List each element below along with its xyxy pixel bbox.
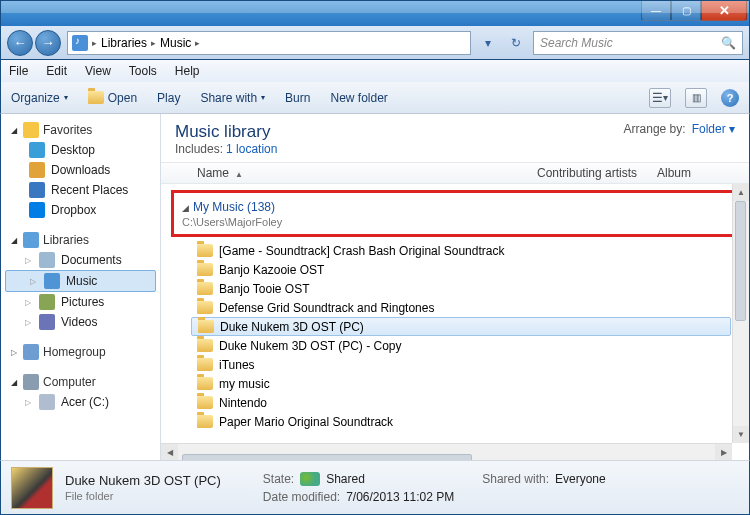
breadcrumb-libraries[interactable]: Libraries	[101, 36, 147, 50]
file-name: Duke Nukem 3D OST (PC) - Copy	[219, 339, 402, 353]
nav-item-recent-places[interactable]: Recent Places	[1, 180, 160, 200]
nav-item-drive-c[interactable]: ▷Acer (C:)	[1, 392, 160, 412]
sort-ascending-icon: ▲	[235, 170, 243, 179]
folder-icon	[197, 282, 213, 295]
details-modified-value: 7/06/2013 11:02 PM	[346, 490, 454, 504]
homegroup-icon	[23, 344, 39, 360]
menu-bar: File Edit View Tools Help	[0, 60, 750, 82]
file-row[interactable]: Duke Nukem 3D OST (PC) - Copy	[191, 336, 749, 355]
scroll-down-button[interactable]: ▼	[733, 426, 749, 443]
command-toolbar: Organize Open Play Share with Burn New f…	[0, 82, 750, 114]
group-title-text: My Music (138)	[193, 200, 275, 214]
arrange-by-control[interactable]: Arrange by: Folder ▾	[624, 122, 735, 136]
file-row[interactable]: Defense Grid Soundtrack and Ringtones	[191, 298, 749, 317]
details-item-type: File folder	[65, 490, 221, 502]
share-with-button[interactable]: Share with	[200, 91, 265, 105]
folder-icon	[197, 339, 213, 352]
open-button[interactable]: Open	[88, 91, 137, 105]
computer-icon	[23, 374, 39, 390]
address-bar[interactable]: ▸ Libraries ▸ Music ▸	[67, 31, 471, 55]
nav-computer-label: Computer	[43, 375, 96, 389]
file-row[interactable]: Banjo Kazooie OST	[191, 260, 749, 279]
burn-button[interactable]: Burn	[285, 91, 310, 105]
file-row[interactable]: Nintendo	[191, 393, 749, 412]
chevron-right-icon: ▷	[9, 348, 19, 357]
file-row[interactable]: Banjo Tooie OST	[191, 279, 749, 298]
details-state-label: State:	[263, 472, 294, 486]
music-icon	[44, 273, 60, 289]
refresh-button[interactable]: ↻	[505, 32, 527, 54]
chevron-right-icon: ▷	[23, 318, 33, 327]
details-item-name: Duke Nukem 3D OST (PC)	[65, 473, 221, 488]
folder-icon	[197, 263, 213, 276]
menu-tools[interactable]: Tools	[129, 64, 157, 78]
nav-item-dropbox[interactable]: Dropbox	[1, 200, 160, 220]
vertical-scroll-thumb[interactable]	[735, 201, 746, 321]
horizontal-scrollbar[interactable]: ◀ ▶	[161, 443, 732, 460]
horizontal-scroll-thumb[interactable]	[182, 454, 472, 460]
nav-item-desktop[interactable]: Desktop	[1, 140, 160, 160]
documents-icon	[39, 252, 55, 268]
column-header-artists[interactable]: Contributing artists	[537, 166, 657, 180]
file-row[interactable]: Duke Nukem 3D OST (PC)	[191, 317, 731, 336]
shared-icon	[300, 472, 320, 486]
nav-item-music[interactable]: ▷Music	[5, 270, 156, 292]
nav-computer-header[interactable]: ◢ Computer	[1, 372, 160, 392]
close-button[interactable]: ✕	[701, 1, 747, 21]
nav-homegroup-header[interactable]: ▷ Homegroup	[1, 342, 160, 362]
nav-libraries-header[interactable]: ◢ Libraries	[1, 230, 160, 250]
group-header-my-music[interactable]: ◢My Music (138) C:\Users\MajorFoley	[171, 190, 739, 237]
back-button[interactable]: ←	[7, 30, 33, 56]
expand-icon: ◢	[9, 126, 19, 135]
new-folder-button[interactable]: New folder	[330, 91, 387, 105]
organize-button[interactable]: Organize	[11, 91, 68, 105]
view-options-button[interactable]: ☰ ▾	[649, 88, 671, 108]
vertical-scrollbar[interactable]: ▲ ▼	[732, 184, 749, 443]
menu-edit[interactable]: Edit	[46, 64, 67, 78]
forward-button[interactable]: →	[35, 30, 61, 56]
file-name: iTunes	[219, 358, 255, 372]
window-titlebar: — ▢ ✕	[0, 0, 750, 26]
play-button[interactable]: Play	[157, 91, 180, 105]
nav-item-pictures[interactable]: ▷Pictures	[1, 292, 160, 312]
column-header-name[interactable]: Name▲	[197, 166, 537, 180]
menu-view[interactable]: View	[85, 64, 111, 78]
menu-help[interactable]: Help	[175, 64, 200, 78]
search-input[interactable]: Search Music 🔍	[533, 31, 743, 55]
file-row[interactable]: Paper Mario Original Soundtrack	[191, 412, 749, 431]
folder-icon	[197, 244, 213, 257]
library-header: Music library Includes: 1 location Arran…	[161, 114, 749, 162]
breadcrumb-music[interactable]: Music	[160, 36, 191, 50]
nav-item-downloads[interactable]: Downloads	[1, 160, 160, 180]
minimize-button[interactable]: —	[641, 1, 671, 21]
column-header-album[interactable]: Album	[657, 166, 749, 180]
file-row[interactable]: [Game - Soundtrack] Crash Bash Original …	[191, 241, 749, 260]
folder-icon	[197, 396, 213, 409]
nav-item-documents[interactable]: ▷Documents	[1, 250, 160, 270]
menu-file[interactable]: File	[9, 64, 28, 78]
nav-item-videos[interactable]: ▷Videos	[1, 312, 160, 332]
file-row[interactable]: iTunes	[191, 355, 749, 374]
music-library-icon	[72, 35, 88, 51]
scroll-left-button[interactable]: ◀	[161, 444, 178, 461]
scroll-right-button[interactable]: ▶	[715, 444, 732, 461]
preview-pane-button[interactable]: ▥	[685, 88, 707, 108]
vertical-scroll-track[interactable]	[733, 201, 749, 426]
file-list-area: ◢My Music (138) C:\Users\MajorFoley [Gam…	[161, 184, 749, 460]
view-list-icon: ☰	[652, 91, 663, 105]
nav-homegroup-label: Homegroup	[43, 345, 106, 359]
scroll-up-button[interactable]: ▲	[733, 184, 749, 201]
maximize-button[interactable]: ▢	[671, 1, 701, 21]
desktop-icon	[29, 142, 45, 158]
help-button[interactable]: ?	[721, 89, 739, 107]
chevron-right-icon: ▷	[23, 398, 33, 407]
breadcrumb-chevron-icon: ▸	[92, 38, 97, 48]
nav-favorites-header[interactable]: ◢ Favorites	[1, 120, 160, 140]
content-area: Music library Includes: 1 location Arran…	[161, 114, 749, 460]
expand-icon: ◢	[9, 378, 19, 387]
address-history-button[interactable]: ▾	[477, 32, 499, 54]
file-row[interactable]: my music	[191, 374, 749, 393]
navigation-bar: ← → ▸ Libraries ▸ Music ▸ ▾ ↻ Search Mus…	[0, 26, 750, 60]
includes-locations-link[interactable]: 1 location	[226, 142, 277, 156]
open-label: Open	[108, 91, 137, 105]
